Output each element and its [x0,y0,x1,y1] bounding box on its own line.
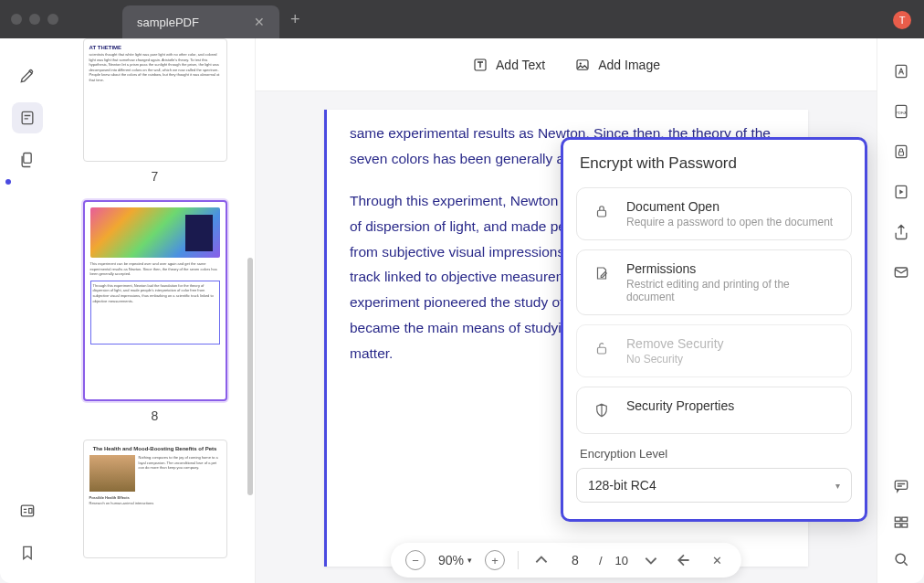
chevron-down-icon [643,552,659,568]
slideshow-tool[interactable] [890,181,912,203]
chevron-down-icon: ▾ [835,481,840,491]
ocr-icon [892,62,910,80]
comment-tool[interactable] [890,475,912,497]
form-tool[interactable] [12,495,43,526]
chevron-up-icon [533,552,550,568]
tab-title: samplePDF [137,16,199,29]
new-tab-button[interactable]: + [290,10,300,29]
ocr-tool[interactable] [890,60,912,82]
document-open-option[interactable]: Document Open Require a password to open… [576,187,852,240]
fit-page-button[interactable] [674,550,694,570]
panel-title: Encrypt with Password [576,154,852,173]
svg-point-19 [896,554,905,563]
scrollbar[interactable] [247,258,253,495]
right-tool-rail: PDF/A [877,38,924,583]
minimize-window[interactable] [29,14,40,25]
option-desc: No Security [626,353,724,366]
svg-rect-1 [24,154,31,164]
copy-tool[interactable] [12,144,43,175]
search-icon [892,550,910,568]
next-page-button[interactable] [641,550,661,570]
svg-text:PDF/A: PDF/A [895,111,906,115]
encryption-level-select[interactable]: 128-bit RC4 ▾ [576,468,852,503]
close-window[interactable] [11,14,22,25]
security-properties-option[interactable]: Security Properties [576,387,852,434]
thumbnail-panel[interactable]: AT THETIME scientists thought that white… [55,38,256,583]
svg-rect-18 [901,524,907,527]
image-icon [574,57,591,73]
note-icon [18,109,37,127]
zoom-in-button[interactable]: + [485,550,505,570]
mail-icon [892,263,910,281]
svg-rect-21 [598,347,606,354]
svg-rect-7 [896,65,907,77]
window-controls [11,14,58,25]
zoom-out-button[interactable]: − [405,550,425,570]
option-desc: Require a password to open the document [626,216,833,228]
add-text-button[interactable]: Add Text [472,57,545,73]
annotate-tool[interactable] [12,102,43,133]
option-title: Permissions [626,261,838,276]
mail-tool[interactable] [890,261,912,283]
zoom-dropdown[interactable]: 90% ▾ [438,553,472,567]
page-edge-marker [324,110,327,567]
share-tool[interactable] [890,221,912,243]
highlighter-icon [18,67,37,85]
document-tab[interactable]: samplePDF ✕ [122,5,279,38]
option-title: Security Properties [626,398,734,413]
prev-page-button[interactable] [531,550,551,570]
permissions-option[interactable]: Permissions Restrict editing and printin… [576,249,852,315]
thumbnail-page-9[interactable]: The Health and Mood-Boosting Benefits of… [66,440,244,558]
fit-icon [676,552,692,568]
edit-toolbar: Add Text Add Image [256,38,877,91]
separator [518,551,519,569]
svg-rect-16 [901,517,907,521]
close-tab-icon[interactable]: ✕ [254,15,265,29]
form-icon [18,502,37,520]
highlighter-tool[interactable] [12,60,43,91]
play-doc-icon [892,183,910,201]
svg-rect-14 [895,481,907,489]
option-title: Document Open [626,199,833,214]
thumb-label: 8 [66,408,244,423]
chevron-down-icon: ▾ [467,556,472,565]
svg-rect-13 [895,268,907,277]
edit-doc-icon [590,261,614,285]
close-controls-button[interactable]: ✕ [707,550,727,570]
search-tool[interactable] [890,548,912,570]
user-avatar[interactable]: T [893,11,911,29]
total-pages: 10 [615,554,628,567]
active-tool-indicator [5,179,11,185]
security-tool[interactable] [890,141,912,163]
page-number-input[interactable] [564,553,586,567]
svg-rect-3 [29,509,32,514]
thumb-label: 7 [66,169,244,184]
add-image-button[interactable]: Add Image [574,57,660,73]
thumbnail-page-7[interactable]: AT THETIME scientists thought that white… [66,38,244,184]
svg-rect-11 [898,152,903,155]
pages-icon [18,151,37,169]
svg-rect-0 [22,111,33,123]
pdfa-tool[interactable]: PDF/A [890,101,912,122]
comment-icon [892,477,910,495]
unlock-icon [590,336,614,360]
grid-icon [892,514,910,532]
svg-rect-20 [598,210,606,217]
maximize-window[interactable] [47,14,58,25]
svg-rect-17 [895,524,900,527]
left-tool-rail [0,38,55,583]
pdfa-icon: PDF/A [892,102,910,121]
lock-icon [590,199,614,223]
share-icon [892,223,910,241]
page-sep: / [599,554,603,567]
remove-security-option: Remove Security No Security [576,324,852,377]
thumbnail-page-8[interactable]: This experiment can be repeated over and… [66,200,244,423]
view-mode-tool[interactable] [890,512,912,534]
page-controls-bar: − 90% ▾ + / 10 ✕ [391,543,741,578]
lock-doc-icon [892,143,910,161]
shield-icon [590,398,614,422]
window-titlebar: samplePDF ✕ + T [0,0,924,38]
bookmark-icon [18,544,37,562]
bookmark-tool[interactable] [12,537,43,568]
option-desc: Restrict editing and printing of the doc… [626,278,838,303]
